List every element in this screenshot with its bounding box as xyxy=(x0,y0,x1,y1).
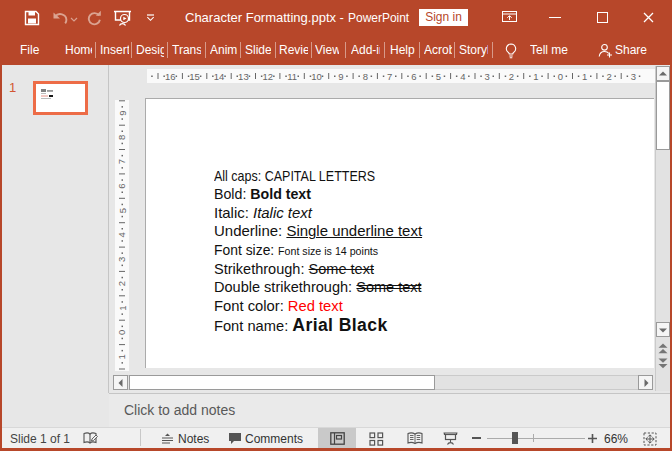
svg-text:6: 6 xyxy=(411,71,416,82)
svg-text:2: 2 xyxy=(606,71,611,82)
svg-text:1: 1 xyxy=(117,354,128,359)
svg-text:15: 15 xyxy=(189,71,200,82)
svg-text:5: 5 xyxy=(117,208,128,213)
svg-text:7: 7 xyxy=(387,71,392,82)
svg-text:1: 1 xyxy=(533,71,538,82)
svg-text:12: 12 xyxy=(262,71,273,82)
svg-text:2: 2 xyxy=(509,71,514,82)
svg-text:0: 0 xyxy=(117,330,128,335)
svg-text:10: 10 xyxy=(311,71,322,82)
svg-text:11: 11 xyxy=(287,71,297,82)
svg-text:5: 5 xyxy=(436,71,441,82)
svg-text:9: 9 xyxy=(338,71,343,82)
svg-text:4: 4 xyxy=(460,71,465,82)
svg-text:2: 2 xyxy=(117,281,128,286)
svg-text:3: 3 xyxy=(485,71,490,82)
svg-text:6: 6 xyxy=(117,183,128,188)
svg-text:4: 4 xyxy=(117,232,128,237)
svg-text:16: 16 xyxy=(165,71,176,82)
svg-text:8: 8 xyxy=(363,71,368,82)
svg-text:3: 3 xyxy=(117,257,128,262)
svg-text:0: 0 xyxy=(558,71,563,82)
svg-text:13: 13 xyxy=(238,71,249,82)
svg-text:8: 8 xyxy=(117,135,128,140)
svg-text:14: 14 xyxy=(214,71,225,82)
svg-text:1: 1 xyxy=(582,71,587,82)
svg-text:1: 1 xyxy=(117,305,128,310)
svg-text:3: 3 xyxy=(631,71,636,82)
svg-text:7: 7 xyxy=(117,159,128,164)
svg-text:9: 9 xyxy=(117,110,128,115)
